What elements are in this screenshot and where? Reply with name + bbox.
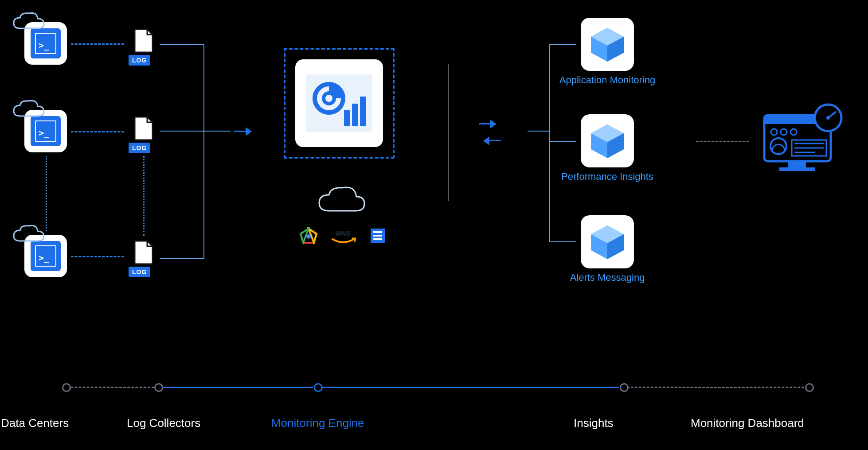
timeline-segment <box>66 387 154 388</box>
insight-label: Performance Insights <box>550 171 665 182</box>
timeline-segment <box>627 387 804 388</box>
timeline-step-monitoring-dashboard <box>805 383 814 392</box>
connector-dash <box>696 141 749 142</box>
monitoring-engine-box <box>284 48 395 159</box>
cloud-icon <box>11 223 46 245</box>
cloud-icon <box>11 98 46 120</box>
log-collector-3: LOG <box>129 239 159 276</box>
timeline-step-insights <box>620 383 629 392</box>
timeline-step-monitoring-engine <box>314 383 323 392</box>
svg-point-1 <box>324 93 334 104</box>
log-collector-1: LOG <box>129 27 159 65</box>
timeline-segment-active <box>321 387 619 388</box>
cube-icon <box>588 223 626 261</box>
data-center-terminal-2: >_ <box>24 110 67 152</box>
log-badge: LOG <box>129 55 150 66</box>
terminal-prompt: >_ <box>39 41 49 50</box>
svg-point-32 <box>790 129 797 135</box>
svg-rect-26 <box>779 167 815 171</box>
connector-dash <box>71 131 124 132</box>
arrow-left-icon <box>479 136 501 146</box>
monitoring-engine-tile <box>295 59 383 147</box>
timeline-step-data-centers <box>62 383 71 392</box>
timeline-label-active: Monitoring Engine <box>271 416 364 430</box>
terminal-prompt: >_ <box>39 128 49 137</box>
svg-point-33 <box>770 138 786 154</box>
cloud-providers: aws <box>299 227 387 244</box>
timeline-label: Monitoring Dashboard <box>691 416 804 430</box>
terminal-prompt: >_ <box>39 253 49 262</box>
arrow-right-icon <box>479 119 501 129</box>
cube-icon <box>588 25 626 63</box>
pipeline-timeline <box>62 381 824 394</box>
timeline-segment-active <box>161 387 313 388</box>
monitoring-dashboard-icon <box>762 102 846 177</box>
timeline-step-log-collectors <box>154 383 163 392</box>
file-icon <box>129 239 159 266</box>
timeline-label: Log Collectors <box>127 416 200 430</box>
svg-rect-11 <box>373 231 382 233</box>
data-center-terminal-1: >_ <box>24 22 67 65</box>
data-center-terminal-3: >_ <box>24 235 67 277</box>
cube-icon <box>588 122 626 160</box>
svg-rect-2 <box>344 110 350 126</box>
gcp-icon <box>299 227 318 244</box>
svg-rect-12 <box>373 235 382 237</box>
cloud-icon <box>11 11 46 33</box>
svg-rect-13 <box>373 238 382 240</box>
aws-icon: aws <box>330 227 356 244</box>
connector-dash <box>71 256 124 257</box>
insight-tile-performance-insights <box>581 114 634 167</box>
svg-rect-25 <box>788 161 806 167</box>
insight-branch-connector <box>528 25 576 264</box>
svg-point-30 <box>771 129 777 135</box>
timeline-label: Insights <box>574 416 614 430</box>
log-badge: LOG <box>129 143 150 153</box>
cloud-icon <box>315 183 368 216</box>
insight-label: Alerts Messaging <box>550 272 665 283</box>
vertical-separator <box>448 64 449 201</box>
connector-dash <box>71 43 124 45</box>
svg-rect-4 <box>360 97 366 126</box>
arrow-right-icon <box>234 126 256 137</box>
log-merge-connector <box>160 43 235 264</box>
timeline-label: Data Centers <box>1 416 69 430</box>
vertical-connector <box>143 156 145 236</box>
insight-tile-application-monitoring <box>581 18 634 71</box>
analytics-chart-icon <box>306 74 372 132</box>
architecture-diagram: >_ >_ >_ LOG LOG LOG <box>0 0 868 450</box>
svg-point-29 <box>826 116 830 120</box>
file-icon <box>129 27 159 54</box>
svg-text:aws: aws <box>336 229 351 237</box>
log-badge: LOG <box>129 267 150 277</box>
azure-icon <box>368 227 387 244</box>
vertical-connector <box>46 156 47 231</box>
log-collector-2: LOG <box>129 115 159 152</box>
svg-rect-3 <box>352 104 358 126</box>
svg-point-31 <box>781 129 787 135</box>
file-icon <box>129 115 159 142</box>
insight-label: Application Monitoring <box>550 74 665 86</box>
insight-tile-alerts-messaging <box>581 215 634 268</box>
svg-point-8 <box>306 234 311 239</box>
